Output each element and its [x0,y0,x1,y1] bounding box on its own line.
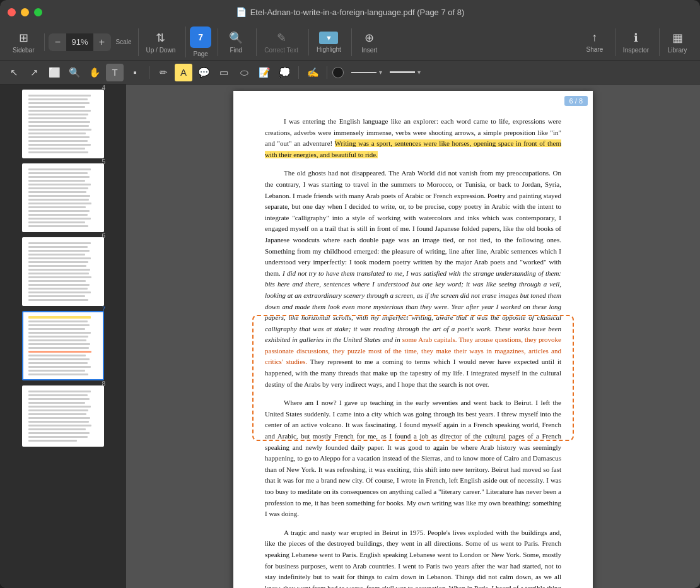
zoom-group: − 91% + Scale [44,33,135,51]
select-tool-button[interactable]: ↗ [25,64,43,81]
inspector-group: ℹ Inspector [615,28,656,56]
thumb-frame-4 [22,90,104,158]
scale-label: Scale [116,38,132,45]
separator-1 [149,66,149,79]
thumb-frame-6 [22,237,104,306]
pdf-text-content: I was entering the English language like… [265,116,561,588]
pen-tool-button[interactable]: ✏ [155,64,172,81]
zoom-value[interactable]: 91% [66,33,93,51]
line-style-selector[interactable]: ▾ [351,69,382,76]
separator-3 [327,66,327,79]
pan-tool-button[interactable]: ✋ [86,64,103,81]
thumb-num-8: 8 [102,380,105,387]
italic-text-1: I did not try to have them translated to… [265,269,561,344]
thumbnail-sidebar[interactable]: 4 [0,85,126,588]
separator-2 [298,66,299,79]
highlight-button[interactable]: ▼ Highlight [313,29,345,56]
text-box-button[interactable]: 📝 [255,64,273,81]
window-title: 📄 Etel-Adnan-to-write-in-a-foreign-langu… [236,7,465,17]
find-group: 🔍 Find [218,28,254,56]
color-picker[interactable] [332,67,344,78]
pdf-page: 6 / 8 I was entering the English languag… [233,91,593,588]
find-icon: 🔍 [229,31,243,45]
zoom-tool-button[interactable]: 🔍 [66,64,83,81]
thumbnail-page-4[interactable]: 4 [22,90,104,158]
maximize-button[interactable] [34,8,42,16]
share-group: ↑ Share [577,28,612,56]
arrow-tool-button[interactable]: ↖ [5,64,23,81]
oval-tool-button[interactable]: ⬭ [235,64,253,81]
correct-text-icon: ✎ [277,31,286,45]
page-number[interactable]: 7 [190,26,211,48]
rect-select-button[interactable]: ⬜ [45,64,63,81]
callout-button[interactable]: 💭 [276,64,293,81]
page-badge: 6 / 8 [564,96,588,106]
line-style-arrow: ▾ [379,69,382,76]
thumb-frame-7 [22,311,104,380]
thumb-num-6: 6 [102,232,105,239]
main-toolbar: ⊞ Sidebar − 91% + Scale ⇅ Up / Down 7 Pa… [0,24,700,61]
annotation-toolbar: ↖ ↗ ⬜ 🔍 ✋ T ▪ ✏ A 💬 ▭ ⬭ 📝 💭 ✍ ▾ ▾ [0,61,700,85]
share-icon: ↑ [592,31,597,44]
minimize-button[interactable] [21,8,29,16]
line-thickness-selector[interactable]: ▾ [390,69,421,76]
thickness-arrow: ▾ [417,69,421,76]
highlight-group: ▼ Highlight [308,29,349,56]
line-controls: ▾ ▾ [351,69,421,76]
zoom-out-button[interactable]: − [49,33,66,51]
paragraph-4: A tragic and nasty war erupted in Beirut… [265,527,561,588]
insert-group: ⊕ Insert [351,28,387,56]
library-icon: ▦ [672,31,683,45]
up-down-button[interactable]: ⇅ Up / Down [143,28,180,56]
updown-icon: ⇅ [156,31,165,45]
find-button[interactable]: 🔍 Find [222,28,250,56]
thumb-frame-8 [22,385,104,447]
title-bar: 📄 Etel-Adnan-to-write-in-a-foreign-langu… [0,0,700,24]
main-area: 4 [0,85,700,588]
paragraph-1: I was entering the English language like… [265,116,561,160]
sidebar-group: ⊞ Sidebar [5,28,42,56]
updown-group: ⇅ Up / Down [138,28,184,56]
correct-text-group: ✎ Correct Text [256,28,306,56]
pdf-viewer[interactable]: 6 / 8 I was entering the English languag… [126,85,700,588]
zoom-control: − 91% + [49,33,110,51]
library-button[interactable]: ▦ Library [663,28,691,56]
thumb-num-4: 4 [102,85,105,91]
pdf-icon: 📄 [236,7,247,17]
zoom-in-button[interactable]: + [93,33,111,51]
insert-icon: ⊕ [365,31,374,45]
sidebar-icon: ⊞ [19,31,28,45]
note-tool-button[interactable]: 💬 [195,64,213,81]
highlight-icon: ▼ [325,34,332,42]
inspector-icon: ℹ [634,31,638,45]
thumb-num-5: 5 [102,158,105,165]
share-button[interactable]: ↑ Share [581,28,609,56]
insert-button[interactable]: ⊕ Insert [356,28,383,56]
thumbnail-page-6[interactable]: 6 [22,237,104,306]
signature-button[interactable]: ✍ [304,64,322,81]
sidebar-button[interactable]: ⊞ Sidebar [9,28,38,56]
highlight-text-button[interactable]: A [175,64,192,81]
correct-text-button[interactable]: ✎ Correct Text [260,28,302,56]
library-group: ▦ Library [659,28,695,56]
thumb-num-7: 7 [102,306,105,313]
page-group: 7 Page [185,26,215,57]
highlight-1: Writing was a sport, sentences were like… [265,139,561,158]
thumbnail-page-8[interactable]: 8 [22,385,104,447]
redact-tool-button[interactable]: ▪ [126,64,144,81]
thumb-frame-5 [22,163,104,232]
thumbnail-page-7[interactable]: 7 [22,311,104,380]
close-button[interactable] [8,8,16,16]
thumbnail-page-5[interactable]: 5 [22,163,104,232]
inspector-button[interactable]: ℹ Inspector [619,28,653,56]
rect-tool-button[interactable]: ▭ [215,64,233,81]
thickness-sample [390,71,415,73]
traffic-lights [8,8,42,16]
paragraph-2: The old ghosts had not disappeared. The … [265,168,561,390]
text-tool-button[interactable]: T [106,64,124,81]
line-sample [351,72,376,73]
paragraph-3: Where am I now? I gave up teaching in th… [265,397,561,520]
page-label: Page [194,50,208,57]
